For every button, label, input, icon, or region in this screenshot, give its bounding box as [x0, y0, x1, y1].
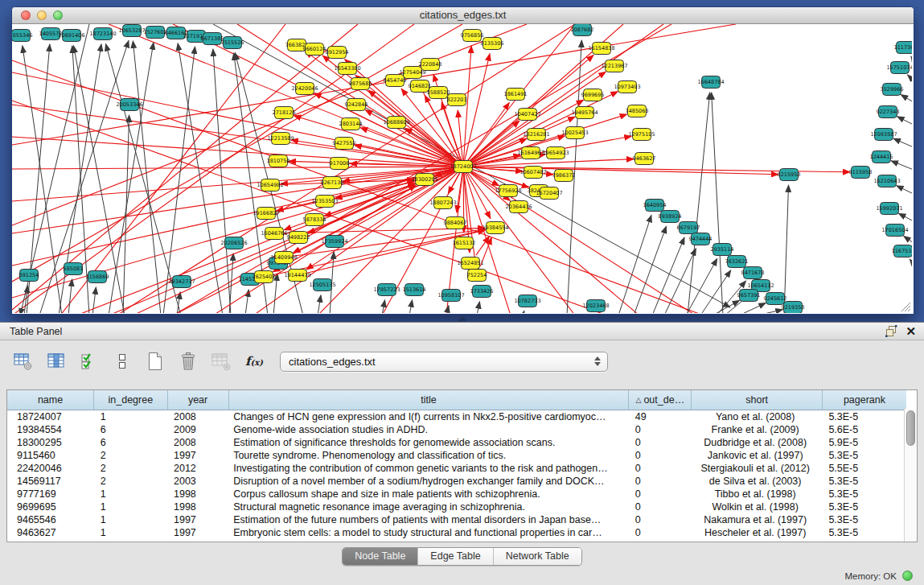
graph-edge[interactable]: [253, 167, 463, 313]
table-cell[interactable]: Wolkin et al. (1998): [692, 501, 822, 513]
table-cell[interactable]: Embryonic stem cells: a model to study s…: [228, 526, 629, 539]
table-settings-button[interactable]: [13, 351, 34, 372]
graph-edge[interactable]: [477, 302, 479, 313]
import-table-button[interactable]: [211, 351, 232, 372]
graph-node[interactable]: 16164967: [517, 147, 544, 159]
table-cell[interactable]: 2008: [167, 436, 228, 449]
float-panel-icon[interactable]: [885, 325, 897, 337]
graph-node[interactable]: 7485063: [626, 105, 649, 117]
graph-node[interactable]: 19384554: [482, 222, 508, 234]
scrollbar-thumb[interactable]: [906, 410, 915, 446]
network-window-titlebar[interactable]: citations_edges.txt: [12, 7, 914, 24]
show-columns-button[interactable]: [46, 351, 67, 372]
graph-node[interactable]: 2087682: [571, 24, 594, 36]
table-cell[interactable]: 1: [94, 513, 167, 526]
table-cell[interactable]: 14569117: [7, 475, 94, 488]
table-cell[interactable]: Estimation of significance thresholds fo…: [228, 436, 629, 449]
graph-node[interactable]: 22420046: [291, 83, 318, 95]
graph-node[interactable]: 2220848: [419, 59, 442, 71]
table-cell[interactable]: 2008: [167, 410, 228, 424]
graph-edge[interactable]: [318, 295, 321, 313]
table-row[interactable]: 911546021997Tourette syndrome. Phenomeno…: [7, 449, 906, 462]
graph-node[interactable]: 9498222: [287, 232, 310, 244]
graph-edge[interactable]: [700, 270, 731, 313]
graph-node[interactable]: 8471678: [741, 267, 765, 279]
graph-edge[interactable]: [901, 95, 912, 102]
table-cell[interactable]: Dudbridge et al. (2008): [692, 436, 822, 449]
graph-node[interactable]: 6679197: [677, 222, 700, 234]
graph-node[interactable]: 12505135: [309, 279, 335, 291]
graph-edge[interactable]: [291, 140, 463, 167]
graph-edge[interactable]: [910, 259, 912, 264]
table-cell[interactable]: 9463627: [7, 526, 94, 539]
graph-node[interactable]: 7515526: [221, 37, 244, 49]
table-cell[interactable]: 6: [94, 423, 167, 436]
table-cell[interactable]: 1997: [167, 526, 228, 539]
graph-node[interactable]: 7632621: [725, 256, 749, 268]
graph-node[interactable]: 1640954: [643, 200, 667, 212]
graph-edge[interactable]: [476, 237, 490, 256]
table-cell[interactable]: 0: [629, 449, 692, 462]
graph-node[interactable]: 12213967: [601, 60, 627, 72]
graph-node[interactable]: 15992071: [876, 203, 902, 215]
table-cell[interactable]: 0: [629, 423, 692, 436]
table-cell[interactable]: 18724007: [7, 410, 94, 424]
column-header-year[interactable]: year: [167, 390, 228, 410]
graph-node[interactable]: 10654982: [257, 179, 283, 192]
table-cell[interactable]: 9115460: [7, 449, 94, 462]
graph-node[interactable]: 12754049: [399, 67, 425, 79]
graph-node[interactable]: 11409948: [270, 252, 297, 264]
table-cell[interactable]: 0: [629, 475, 692, 488]
graph-edge[interactable]: [294, 116, 463, 167]
graph-node[interactable]: 1117364: [894, 42, 912, 54]
table-cell[interactable]: 1997: [167, 513, 228, 526]
graph-node[interactable]: 16720407: [536, 187, 562, 200]
table-cell[interactable]: 9465546: [7, 513, 94, 526]
graph-node[interactable]: 8912954: [326, 47, 349, 59]
table-cell[interactable]: 0: [629, 501, 692, 513]
table-cell[interactable]: Jankovic et al. (1997): [692, 449, 822, 462]
graph-node[interactable]: 9474444: [689, 233, 713, 245]
graph-node[interactable]: 18807243: [429, 197, 456, 209]
table-cell[interactable]: 2: [94, 475, 167, 488]
table-cell[interactable]: 5.3E-5: [822, 513, 906, 526]
graph-node[interactable]: 16648784: [697, 76, 724, 89]
graph-node[interactable]: 1527602: [144, 27, 167, 39]
table-cell[interactable]: 1: [94, 410, 167, 424]
graph-node[interactable]: 9756856: [461, 30, 484, 42]
tab-node-table[interactable]: Node Table: [343, 548, 417, 565]
graph-edge[interactable]: [739, 303, 766, 313]
close-panel-icon[interactable]: ✕: [906, 325, 916, 337]
graph-node[interactable]: 17359924: [321, 236, 347, 248]
delete-table-button[interactable]: [178, 351, 199, 372]
table-cell[interactable]: 5.5E-5: [822, 462, 906, 475]
graph-node[interactable]: 12975105: [628, 129, 655, 141]
graph-edge[interactable]: [757, 310, 782, 313]
panel-splitter-grip[interactable]: [458, 316, 467, 321]
table-cell[interactable]: Corpus callosum shape and size in male p…: [228, 488, 629, 501]
graph-node[interactable]: 9660124: [303, 43, 326, 56]
table-cell[interactable]: 5.3E-5: [822, 526, 906, 539]
graph-node[interactable]: 16524851: [457, 257, 483, 270]
graph-node[interactable]: 1810754: [267, 155, 290, 167]
table-cell[interactable]: Stergiakouli et al. (2012): [692, 462, 822, 475]
graph-node[interactable]: 1167533: [892, 245, 912, 257]
graph-edge[interactable]: [688, 93, 710, 313]
graph-node[interactable]: 2935114: [711, 244, 734, 256]
table-cell[interactable]: 5.9E-5: [822, 436, 906, 449]
graph-edge[interactable]: [68, 279, 72, 313]
graph-edge[interactable]: [897, 186, 912, 194]
graph-node[interactable]: 19495764: [571, 107, 598, 119]
graph-node[interactable]: 19144479: [284, 270, 310, 282]
graph-node[interactable]: 5878334: [303, 214, 326, 226]
column-header-title[interactable]: title: [228, 390, 629, 410]
memory-status-indicator[interactable]: [902, 571, 913, 581]
graph-node[interactable]: 18723140: [89, 28, 116, 40]
table-cell[interactable]: 22420046: [7, 462, 94, 475]
column-header-outde[interactable]: △out_de…: [629, 390, 692, 410]
graph-node[interactable]: 9884067: [444, 217, 467, 229]
graph-node[interactable]: 3529966: [881, 84, 904, 96]
table-row[interactable]: 969969511998Structural magnetic resonanc…: [7, 501, 906, 513]
graph-edge[interactable]: [365, 110, 463, 167]
graph-node[interactable]: 10973493: [614, 81, 640, 93]
